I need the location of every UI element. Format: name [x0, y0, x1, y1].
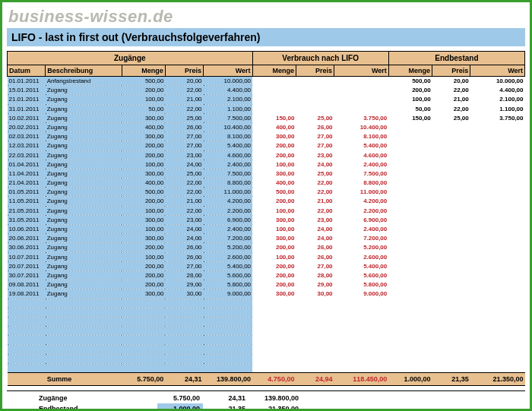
site-logo: business-wissen.de [7, 5, 525, 28]
cell-wert: 7.500,00 [204, 169, 253, 178]
cell-preis: 21,00 [165, 95, 203, 104]
summary-endbestand: Endbestand 1.000,00 21,35 21.350,00 [7, 403, 302, 411]
summary-label: Endbestand [36, 403, 157, 411]
cell-ew [470, 132, 525, 141]
cell-preis: 24,00 [165, 225, 203, 234]
cell-preis: 22,00 [165, 86, 203, 95]
cell-em: 100,00 [388, 95, 432, 104]
cell-vm: 300,00 [252, 169, 296, 178]
summary-block: Zugänge 5.750,00 24,31 139.800,00 Endbes… [7, 390, 525, 411]
cell-vw: 10.400,00 [334, 122, 389, 131]
cell-ew [470, 141, 525, 150]
cell-ep: 21,00 [432, 95, 470, 104]
cell-em: 150,00 [388, 113, 432, 122]
col-menge-in: Menge [122, 65, 165, 77]
cell-preis: 27,00 [165, 141, 203, 150]
cell-desc: Zugang [46, 234, 122, 243]
cell-desc: Zugang [46, 270, 122, 280]
cell-ew [470, 188, 525, 197]
cell-vw: 5.800,00 [334, 280, 389, 289]
cell-preis: 25,00 [165, 113, 203, 122]
cell-ew: 3.750,00 [470, 113, 525, 122]
sum-em: 1.000,00 [388, 373, 432, 386]
col-wert-e: Wert [470, 65, 525, 77]
cell-ew [470, 150, 525, 160]
cell-wert: 7.200,00 [204, 234, 253, 243]
cell-ep [432, 243, 470, 252]
cell-desc: Zugang [46, 104, 122, 113]
table-row: 21.04.2011Zugang400,0022,008.800,00400,0… [8, 179, 525, 188]
cell-vm [252, 77, 296, 86]
cell-ep [432, 150, 470, 160]
table-row: 11.04.2011Zugang300,0025,007.500,00300,0… [8, 169, 525, 178]
cell-desc: Zugang [46, 289, 122, 299]
cell-menge: 500,00 [122, 77, 165, 86]
table-row: 30.07.2011Zugang200,0028,005.600,00200,0… [8, 270, 525, 280]
cell-wert: 4.200,00 [204, 197, 253, 206]
summary-val-highlight: 1.000,00 [157, 403, 203, 411]
cell-preis: 27,00 [165, 132, 203, 141]
cell-ew [470, 234, 525, 243]
cell-wert: 7.500,00 [204, 113, 253, 122]
cell-preis: 22,00 [165, 104, 203, 113]
cell-preis: 23,00 [165, 215, 203, 224]
cell-vw: 3.750,00 [334, 113, 389, 122]
table-row: 10.02.2011Zugang300,0025,007.500,00150,0… [8, 113, 525, 122]
cell-preis: 22,00 [165, 179, 203, 188]
cell-date: 11.05.2011 [8, 197, 46, 206]
cell-date: 20.07.2011 [8, 261, 46, 270]
table-row: 01.04.2011Zugang100,0024,002.400,00100,0… [8, 160, 525, 169]
cell-wert: 9.000,00 [204, 289, 253, 299]
cell-vw: 4.200,00 [334, 197, 389, 206]
cell-ep [432, 261, 470, 270]
cell-ep [432, 215, 470, 224]
cell-menge: 100,00 [122, 160, 165, 169]
cell-ep [432, 197, 470, 206]
cell-vw: 2.400,00 [334, 225, 389, 234]
cell-desc: Zugang [46, 113, 122, 122]
cell-ew [470, 206, 525, 215]
group-header-consumption: Verbrauch nach LIFO [252, 52, 388, 65]
cell-menge: 100,00 [122, 95, 165, 104]
cell-ep [432, 234, 470, 243]
group-header-in: Zugänge [8, 52, 253, 65]
table-row: 20.07.2011Zugang200,0027,005.400,00200,0… [8, 261, 525, 270]
summary-val: 24,31 [203, 393, 249, 403]
cell-ew [470, 215, 525, 224]
cell-vm: 100,00 [252, 225, 296, 234]
cell-menge: 400,00 [122, 122, 165, 131]
cell-wert: 5.800,00 [204, 280, 253, 289]
cell-vm: 200,00 [252, 197, 296, 206]
cell-preis: 20,00 [165, 77, 203, 86]
cell-ep: 22,00 [432, 104, 470, 113]
cell-vm: 200,00 [252, 150, 296, 160]
cell-wert: 5.400,00 [204, 141, 253, 150]
cell-menge: 200,00 [122, 197, 165, 206]
table-row: 10.07.2011Zugang100,0026,002.600,00100,0… [8, 252, 525, 261]
empty-row [8, 345, 525, 354]
cell-desc: Zugang [46, 280, 122, 289]
table-row: 15.01.2011Zugang200,0022,004.400,00200,0… [8, 86, 525, 95]
cell-date: 11.04.2011 [8, 169, 46, 178]
table-row: 20.06.2011Zugang300,0024,007.200,00300,0… [8, 234, 525, 243]
cell-date: 01.05.2011 [8, 188, 46, 197]
col-date: Datum [8, 65, 46, 77]
table-row: 30.06.2011Zugang200,0026,005.200,00200,0… [8, 243, 525, 252]
cell-preis: 24,00 [165, 234, 203, 243]
cell-em: 200,00 [388, 86, 432, 95]
cell-date: 21.01.2011 [8, 95, 46, 104]
cell-desc: Zugang [46, 86, 122, 95]
cell-vm [252, 86, 296, 95]
cell-vw: 5.400,00 [334, 141, 389, 150]
cell-vm: 100,00 [252, 206, 296, 215]
cell-vw: 7.500,00 [334, 169, 389, 178]
cell-menge: 300,00 [122, 234, 165, 243]
cell-vp: 28,00 [296, 270, 334, 280]
cell-date: 10.06.2011 [8, 225, 46, 234]
summary-val: 21,35 [203, 403, 249, 411]
cell-preis: 26,00 [165, 252, 203, 261]
cell-date: 19.08.2011 [8, 289, 46, 299]
cell-ep: 25,00 [432, 113, 470, 122]
cell-vm: 150,00 [252, 113, 296, 122]
cell-ep: 20,00 [432, 77, 470, 86]
